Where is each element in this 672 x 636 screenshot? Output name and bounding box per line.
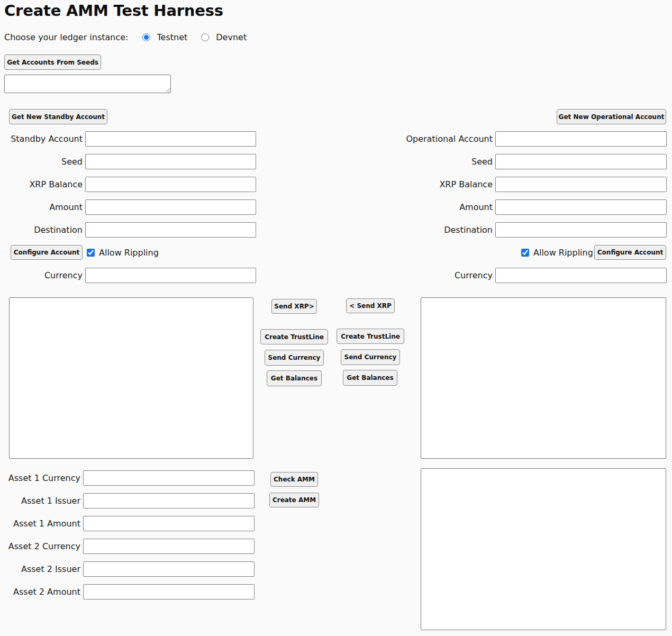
devnet-label: Devnet [216, 32, 247, 42]
operational-amount-row: Amount [339, 199, 667, 215]
standby-amount-label: Amount [0, 202, 85, 212]
standby-allow-rippling-option[interactable]: Allow Rippling [87, 245, 159, 260]
testnet-radio-option[interactable]: Testnet [142, 32, 188, 42]
amm-test-harness-page: Create AMM Test Harness Choose your ledg… [0, 0, 672, 636]
asset2-currency-input[interactable] [83, 539, 255, 554]
asset1-amount-label: Asset 1 Amount [0, 519, 83, 529]
standby-amount-row: Amount [0, 199, 256, 215]
asset2-amount-input[interactable] [83, 584, 255, 599]
asset1-issuer-label: Asset 1 Issuer [0, 496, 83, 506]
ledger-instance-chooser: Choose your ledger instance: Testnet Dev… [4, 31, 247, 43]
standby-currency-input[interactable] [85, 268, 256, 283]
operational-configure-account-button[interactable]: Configure Account [594, 245, 666, 260]
asset2-amount-label: Asset 2 Amount [0, 587, 83, 597]
operational-destination-row: Destination [339, 222, 667, 238]
operational-results-textarea[interactable] [421, 297, 666, 459]
standby-get-balances-button[interactable]: Get Balances [267, 370, 322, 386]
operational-currency-label: Currency [339, 270, 495, 280]
asset2-issuer-label: Asset 2 Issuer [0, 564, 83, 574]
page-title: Create AMM Test Harness [4, 0, 223, 21]
get-new-operational-account-button[interactable]: Get New Operational Account [557, 109, 666, 124]
standby-xrp-balance-label: XRP Balance [0, 179, 85, 189]
operational-xrp-balance-row: XRP Balance [339, 177, 667, 192]
asset2-issuer-input[interactable] [83, 561, 255, 577]
standby-xrp-balance-input[interactable] [85, 177, 256, 192]
operational-seed-label: Seed [339, 157, 495, 167]
operational-xrp-balance-label: XRP Balance [339, 179, 495, 189]
standby-allow-rippling-label: Allow Rippling [99, 248, 159, 258]
standby-send-currency-button[interactable]: Send Currency [265, 350, 324, 366]
standby-account-label: Standby Account [0, 134, 85, 144]
testnet-label: Testnet [157, 32, 188, 42]
asset2-amount-row: Asset 2 Amount [0, 584, 255, 599]
operational-amount-label: Amount [339, 202, 495, 212]
operational-allow-rippling-checkbox[interactable] [521, 249, 529, 257]
standby-seed-label: Seed [0, 157, 85, 167]
operational-account-row: Operational Account [339, 131, 667, 147]
operational-amount-input[interactable] [495, 199, 667, 215]
operational-create-trustline-button[interactable]: Create TrustLine [337, 329, 404, 344]
standby-destination-row: Destination [0, 222, 256, 238]
standby-results-textarea[interactable] [9, 297, 253, 459]
get-new-standby-account-button[interactable]: Get New Standby Account [9, 109, 107, 124]
operational-currency-row: Currency [339, 268, 667, 283]
standby-amount-input[interactable] [85, 199, 256, 215]
standby-account-input[interactable] [85, 131, 256, 147]
standby-xrp-balance-row: XRP Balance [0, 177, 256, 192]
asset1-currency-row: Asset 1 Currency [0, 470, 255, 486]
operational-send-currency-button[interactable]: Send Currency [341, 349, 400, 365]
operational-allow-rippling-option[interactable]: Allow Rippling [521, 245, 593, 260]
standby-account-row: Standby Account [0, 131, 256, 147]
standby-seed-input[interactable] [85, 154, 256, 169]
operational-get-balances-button[interactable]: Get Balances [343, 370, 397, 386]
operational-send-xrp-button[interactable]: < Send XRP [346, 298, 395, 313]
asset2-currency-row: Asset 2 Currency [0, 539, 255, 554]
operational-allow-rippling-label: Allow Rippling [533, 248, 593, 258]
operational-destination-input[interactable] [495, 222, 667, 238]
standby-configure-account-button[interactable]: Configure Account [11, 245, 83, 260]
standby-destination-label: Destination [0, 225, 85, 235]
seeds-textarea[interactable] [4, 75, 171, 93]
operational-seed-row: Seed [339, 154, 667, 169]
standby-send-xrp-button[interactable]: Send XRP> [271, 299, 317, 314]
asset2-currency-label: Asset 2 Currency [0, 541, 83, 551]
standby-seed-row: Seed [0, 154, 256, 169]
devnet-radio[interactable] [201, 33, 209, 41]
create-amm-button[interactable]: Create AMM [269, 493, 319, 507]
standby-allow-rippling-checkbox[interactable] [87, 249, 95, 257]
amm-results-textarea[interactable] [421, 468, 666, 630]
operational-currency-input[interactable] [495, 268, 667, 283]
asset1-issuer-row: Asset 1 Issuer [0, 493, 255, 508]
asset1-issuer-input[interactable] [83, 493, 255, 508]
operational-xrp-balance-input[interactable] [495, 177, 667, 192]
standby-destination-input[interactable] [85, 222, 256, 238]
operational-account-label: Operational Account [339, 134, 495, 144]
standby-create-trustline-button[interactable]: Create TrustLine [260, 329, 328, 344]
operational-destination-label: Destination [339, 225, 495, 235]
asset1-amount-input[interactable] [83, 516, 255, 531]
devnet-radio-option[interactable]: Devnet [201, 32, 247, 42]
operational-account-input[interactable] [495, 131, 667, 147]
operational-seed-input[interactable] [495, 154, 667, 169]
ledger-instance-label: Choose your ledger instance: [4, 32, 129, 42]
asset1-amount-row: Asset 1 Amount [0, 516, 255, 531]
check-amm-button[interactable]: Check AMM [270, 472, 318, 487]
asset1-currency-input[interactable] [83, 470, 255, 486]
testnet-radio[interactable] [142, 33, 150, 41]
standby-currency-row: Currency [0, 268, 256, 283]
standby-currency-label: Currency [0, 270, 85, 280]
asset1-currency-label: Asset 1 Currency [0, 473, 83, 483]
asset2-issuer-row: Asset 2 Issuer [0, 561, 255, 577]
get-accounts-from-seeds-button[interactable]: Get Accounts From Seeds [4, 54, 101, 70]
